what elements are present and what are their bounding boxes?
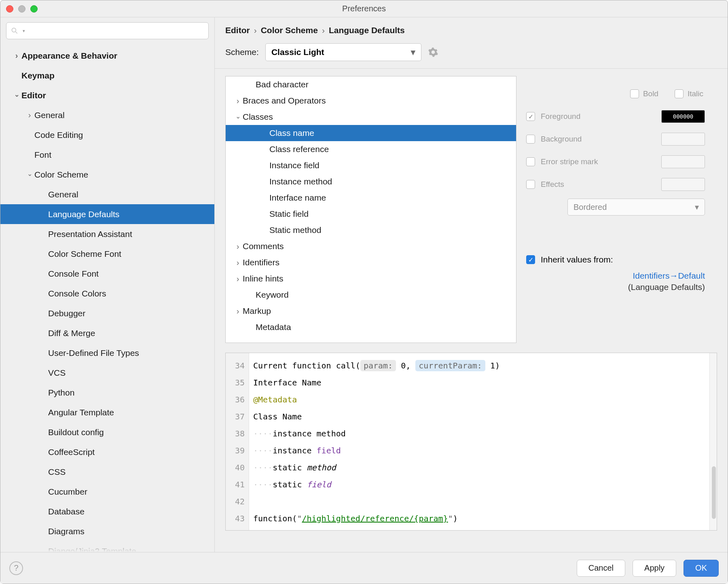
sidebar-item[interactable]: Keymap: [0, 66, 214, 85]
chevron-right-icon: [234, 274, 241, 284]
code-preview: 34353637383940414243 Current function ca…: [225, 353, 717, 531]
element-item[interactable]: Metadata: [226, 319, 516, 335]
element-item[interactable]: Static field: [226, 206, 516, 222]
element-item-label: Keyword: [256, 290, 289, 300]
inherit-link[interactable]: Identifiers→Default: [526, 271, 705, 281]
sidebar-item[interactable]: CSS: [0, 462, 214, 482]
inherit-checkbox[interactable]: ✓: [526, 255, 535, 264]
background-swatch[interactable]: [661, 133, 705, 146]
element-item[interactable]: Class name: [226, 125, 516, 141]
element-item[interactable]: Instance field: [226, 157, 516, 174]
code-body[interactable]: Current function call(param: 0, currentP…: [249, 353, 709, 530]
svg-point-0: [12, 28, 16, 32]
sidebar-item[interactable]: VCS: [0, 363, 214, 383]
tree-item-label: Font: [34, 150, 51, 160]
sidebar-item[interactable]: Console Colors: [0, 284, 214, 303]
scrollbar[interactable]: [709, 353, 717, 530]
tree-item-label: Angular Template: [48, 408, 114, 417]
element-item[interactable]: Comments: [226, 238, 516, 254]
sidebar-item[interactable]: Color Scheme: [0, 165, 214, 184]
gear-icon[interactable]: [428, 47, 438, 57]
tree-item-label: Console Colors: [48, 289, 106, 298]
search-input[interactable]: ▾: [6, 22, 209, 39]
scroll-thumb[interactable]: [712, 466, 716, 519]
sidebar-item[interactable]: Console Font: [0, 264, 214, 284]
content-pane: Editor › Color Scheme › Language Default…: [215, 17, 728, 552]
element-item[interactable]: Instance method: [226, 174, 516, 190]
tree-item-label: Color Scheme: [34, 170, 88, 180]
tree-item-label: Diagrams: [48, 527, 85, 536]
sidebar-item[interactable]: Buildout config: [0, 422, 214, 442]
sidebar-tree[interactable]: Appearance & BehaviorKeymapEditorGeneral…: [0, 44, 214, 552]
element-item-label: Comments: [243, 241, 284, 251]
chevron-right-icon: [234, 258, 241, 267]
tree-item-label: Code Editing: [34, 130, 83, 140]
element-item[interactable]: Keyword: [226, 287, 516, 303]
tree-item-label: CSS: [48, 467, 66, 477]
sidebar-item[interactable]: Diff & Merge: [0, 323, 214, 343]
chevron-right-icon: [26, 110, 33, 120]
element-item-label: Interface name: [269, 193, 326, 203]
chevron-down-icon: [26, 171, 33, 178]
element-list[interactable]: Bad characterBraces and OperatorsClasses…: [225, 76, 516, 343]
main-area: ▾ Appearance & BehaviorKeymapEditorGener…: [0, 17, 728, 552]
style-attributes: Bold Italic ✓ Foreground 000000 Backgrou…: [526, 76, 717, 343]
element-item[interactable]: Static method: [226, 222, 516, 238]
sidebar-item[interactable]: CoffeeScript: [0, 442, 214, 462]
foreground-swatch[interactable]: 000000: [661, 110, 705, 123]
sidebar-item[interactable]: Language Defaults: [0, 204, 214, 224]
sidebar-item[interactable]: Angular Template: [0, 402, 214, 422]
element-item-label: Inline hints: [243, 274, 283, 284]
sidebar-item[interactable]: Python: [0, 383, 214, 402]
foreground-label: Foreground: [541, 112, 580, 121]
error-stripe-swatch[interactable]: [661, 155, 705, 168]
sidebar-item[interactable]: Debugger: [0, 303, 214, 323]
sidebar-item[interactable]: Cucumber: [0, 482, 214, 501]
element-item[interactable]: Classes: [226, 109, 516, 125]
sidebar-item[interactable]: Presentation Assistant: [0, 224, 214, 244]
sidebar-item[interactable]: General: [0, 105, 214, 125]
sidebar-item[interactable]: Appearance & Behavior: [0, 46, 214, 66]
effects-swatch[interactable]: [661, 178, 705, 191]
ok-button[interactable]: OK: [684, 560, 719, 577]
tree-item-label: Presentation Assistant: [48, 229, 132, 239]
element-item-label: Identifiers: [243, 258, 279, 267]
chevron-right-icon: ›: [254, 25, 257, 35]
tree-item-label: Console Font: [48, 269, 99, 279]
element-item[interactable]: Interface name: [226, 190, 516, 206]
tree-item-label: Python: [48, 388, 74, 398]
tree-item-label: Database: [48, 507, 85, 516]
element-item[interactable]: Inline hints: [226, 271, 516, 287]
sidebar-item[interactable]: User-Defined File Types: [0, 343, 214, 363]
element-item[interactable]: Bad character: [226, 76, 516, 93]
effects-checkbox[interactable]: [526, 180, 535, 189]
italic-checkbox[interactable]: Italic: [675, 83, 703, 105]
background-checkbox[interactable]: [526, 135, 535, 144]
apply-button[interactable]: Apply: [633, 560, 676, 577]
sidebar-item[interactable]: Color Scheme Font: [0, 244, 214, 264]
element-item[interactable]: Identifiers: [226, 254, 516, 271]
tree-item-label: Editor: [21, 91, 46, 100]
chevron-right-icon: [234, 307, 241, 316]
element-item[interactable]: Markup: [226, 303, 516, 319]
error-stripe-checkbox[interactable]: [526, 157, 535, 166]
sidebar-item[interactable]: Editor: [0, 85, 214, 105]
help-icon[interactable]: ?: [9, 561, 23, 575]
cancel-button[interactable]: Cancel: [577, 560, 625, 577]
element-item[interactable]: Class reference: [226, 141, 516, 157]
chevron-right-icon: [234, 96, 241, 106]
element-item[interactable]: Braces and Operators: [226, 93, 516, 109]
bold-checkbox[interactable]: Bold: [630, 83, 658, 105]
sidebar-item[interactable]: Font: [0, 145, 214, 165]
sidebar-item[interactable]: Code Editing: [0, 125, 214, 145]
effects-type-select[interactable]: Bordered ▾: [567, 199, 705, 216]
tree-item-label: Buildout config: [48, 427, 104, 437]
sidebar-item[interactable]: General: [0, 184, 214, 204]
sidebar-item[interactable]: Database: [0, 501, 214, 521]
error-stripe-label: Error stripe mark: [541, 157, 598, 166]
scheme-select[interactable]: Classic Light ▾: [265, 43, 421, 61]
chevron-right-icon: [234, 242, 241, 251]
foreground-checkbox[interactable]: ✓: [526, 112, 535, 121]
element-item-label: Bad character: [256, 80, 309, 89]
effects-label: Effects: [541, 180, 564, 189]
